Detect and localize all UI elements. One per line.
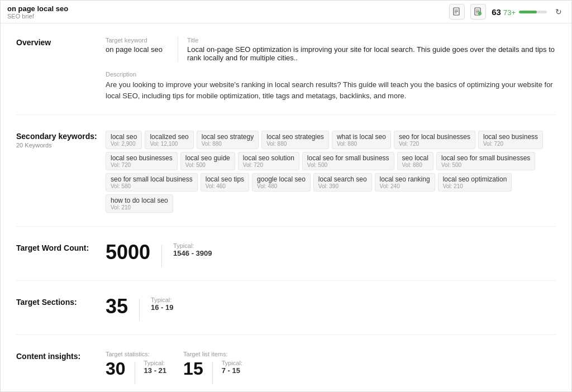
title-value: Local on-page SEO optimization is improv… [187, 45, 556, 62]
list-inner: 15 Typical: 7 - 15 [183, 360, 242, 384]
keyword-tag: local seo strategiesVol: 880 [261, 131, 329, 149]
content-insights-section: Content insights: Target statistics: 30 … [16, 351, 556, 391]
word-count-typical-value: 1546 - 3909 [173, 249, 212, 257]
keyword-tag: local seo businessesVol: 720 [106, 152, 178, 170]
stats-label: Target statistics: [106, 351, 166, 357]
keyword-tag: how to do local seoVol: 210 [106, 194, 173, 213]
list-typical: Typical: 7 - 15 [222, 360, 242, 375]
stats-inner: 30 Typical: 13 - 21 [106, 360, 166, 384]
secondary-keywords-label: Secondary keywords: 20 Keywords [16, 131, 106, 213]
top-bar-right: ✓ 63 73+ ↻ [449, 4, 565, 20]
description-area: Description Are you looking to improve y… [106, 71, 556, 101]
content-insights-content: Target statistics: 30 Typical: 13 - 21 T… [106, 351, 556, 384]
list-group: Target list items: 15 Typical: 7 - 15 [183, 351, 242, 384]
main-content: Overview Target keyword on page local se… [1, 23, 571, 391]
score-main: 63 [492, 7, 501, 17]
keywords-content: local seoVol: 2,900localized seoVol: 12,… [106, 131, 556, 213]
keyword-tag: localized seoVol: 12,100 [145, 131, 193, 149]
overview-col-right: Title Local on-page SEO optimization is … [187, 37, 556, 62]
overview-grid: Target keyword on page local seo Title L… [106, 37, 556, 62]
overview-label: Overview [16, 37, 106, 101]
target-sections-row: 35 Typical: 16 - 19 [106, 297, 556, 321]
stats-typical-label: Typical: [144, 360, 166, 366]
word-count-section: Target Word Count: 5000 Typical: 1546 - … [16, 242, 556, 281]
top-bar-left: on page local seo SEO brief [7, 4, 68, 20]
keyword-tag: local seo strategyVol: 880 [197, 131, 259, 149]
target-keyword-label: Target keyword [106, 37, 169, 44]
page-subtitle: SEO brief [7, 13, 68, 20]
keyword-tag: seo for local businessesVol: 720 [394, 131, 475, 149]
list-divider [212, 362, 213, 384]
stats-typical: Typical: 13 - 21 [144, 360, 166, 375]
icon-btn-1[interactable] [449, 4, 465, 20]
keyword-tag: local seo solutionVol: 720 [238, 152, 299, 170]
document-icon-1 [452, 7, 461, 16]
word-count-divider [161, 245, 162, 267]
stats-group: Target statistics: 30 Typical: 13 - 21 [106, 351, 166, 384]
keywords-count: 20 Keywords [16, 142, 106, 149]
score-bar [519, 11, 547, 13]
app-window: on page local seo SEO brief [0, 0, 572, 392]
target-sections-divider [139, 299, 140, 321]
title-label: Title [187, 37, 556, 44]
score-numbers: 63 73+ [492, 7, 516, 17]
target-sections-typical-label: Typical: [151, 297, 173, 303]
word-count-typical-label: Typical: [173, 242, 212, 249]
keyword-tag: local seo optimizationVol: 210 [438, 173, 512, 192]
keyword-tag: seo for small local businessVol: 580 [106, 173, 198, 192]
word-count-label: Target Word Count: [16, 242, 106, 267]
keyword-tag: local seoVol: 2,900 [106, 131, 142, 149]
overview-col-left: Target keyword on page local seo [106, 37, 178, 62]
score-bar-fill [519, 11, 537, 13]
score-container: 63 73+ [492, 7, 547, 17]
keyword-tag: local seo tipsVol: 460 [201, 173, 249, 192]
target-sections-content: 35 Typical: 16 - 19 [106, 297, 556, 321]
document-icon-2: ✓ [474, 7, 483, 16]
content-insights-row: Target statistics: 30 Typical: 13 - 21 T… [106, 351, 556, 384]
list-value: 15 [183, 360, 203, 377]
list-typical-label: Typical: [222, 360, 242, 366]
score-secondary: 73+ [503, 8, 516, 17]
keyword-tag: local seo businessVol: 720 [478, 131, 543, 149]
keyword-tag: google local seoVol: 480 [252, 173, 311, 192]
keyword-tag: local seo rankingVol: 240 [375, 173, 435, 192]
icon-btn-2[interactable]: ✓ [470, 4, 486, 20]
top-bar: on page local seo SEO brief [1, 1, 571, 23]
stats-divider [135, 362, 135, 384]
refresh-button[interactable]: ↻ [552, 6, 565, 18]
keyword-tag: local seo for small businessVol: 500 [302, 152, 394, 170]
secondary-keywords-section: Secondary keywords: 20 Keywords local se… [16, 131, 556, 227]
content-insights-label: Content insights: [16, 351, 106, 384]
stats-value: 30 [106, 360, 126, 377]
keyword-tag: local seo for small businessesVol: 500 [436, 152, 535, 170]
word-count-value: 5000 [106, 242, 150, 262]
target-sections-typical-value: 16 - 19 [151, 303, 173, 312]
svg-text:✓: ✓ [479, 12, 481, 15]
keyword-tag: seo localVol: 880 [397, 152, 433, 170]
description-value: Are you looking to improve your website'… [106, 79, 556, 101]
overview-content: Target keyword on page local seo Title L… [106, 37, 556, 101]
keyword-tag: local search seoVol: 390 [313, 173, 372, 192]
list-typical-value: 7 - 15 [222, 366, 242, 375]
target-sections-typical: Typical: 16 - 19 [151, 297, 173, 312]
word-count-content: 5000 Typical: 1546 - 3909 [106, 242, 556, 267]
list-label: Target list items: [183, 351, 242, 357]
target-sections-section: Target Sections: 35 Typical: 16 - 19 [16, 297, 556, 335]
keyword-tag: what is local seoVol: 880 [332, 131, 391, 149]
description-label: Description [106, 71, 556, 78]
keyword-tag: local seo guideVol: 500 [180, 152, 235, 170]
keywords-container: local seoVol: 2,900localized seoVol: 12,… [106, 131, 556, 213]
word-count-row: 5000 Typical: 1546 - 3909 [106, 242, 556, 267]
target-sections-label: Target Sections: [16, 297, 106, 321]
overview-section: Overview Target keyword on page local se… [16, 37, 556, 115]
target-sections-value: 35 [106, 297, 128, 317]
word-count-typical: Typical: 1546 - 3909 [173, 242, 212, 257]
target-keyword-value: on page local seo [106, 45, 169, 54]
page-title: on page local seo [7, 4, 68, 13]
stats-typical-value: 13 - 21 [144, 366, 166, 375]
